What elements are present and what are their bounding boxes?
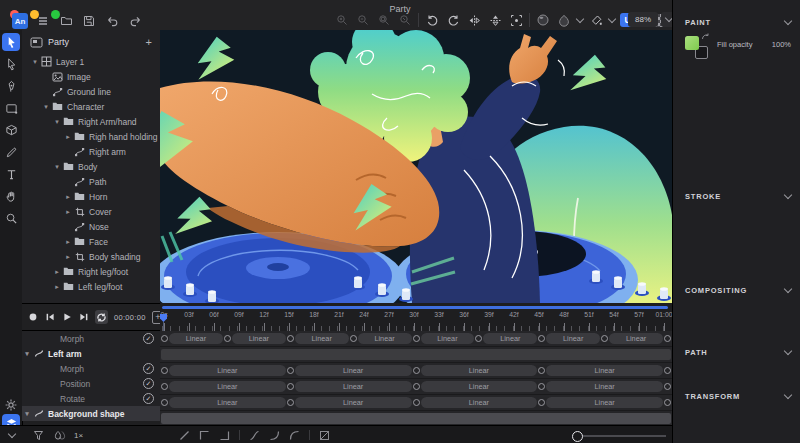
ease-custom-icon[interactable] xyxy=(319,430,330,441)
keyframe-icon[interactable] xyxy=(413,335,420,342)
canvas-viewport[interactable] xyxy=(160,30,672,303)
redo-icon[interactable] xyxy=(127,13,143,29)
expand-arrow-icon[interactable]: ▾ xyxy=(22,410,32,418)
layer-item[interactable]: Image xyxy=(22,69,160,84)
rotate-cw-icon[interactable] xyxy=(445,12,461,28)
expand-arrow-icon[interactable]: ▾ xyxy=(52,163,62,171)
pencil-tool[interactable] xyxy=(2,143,20,161)
tween-segment[interactable]: Linear xyxy=(295,365,412,376)
keyframe-icon[interactable] xyxy=(475,335,482,342)
keyframe-icon[interactable] xyxy=(161,335,168,342)
keyframe-icon[interactable] xyxy=(161,383,168,390)
scene-header[interactable]: Party + xyxy=(22,30,160,54)
layer-item[interactable]: ▾Character xyxy=(22,99,160,114)
layer-item[interactable]: ▾Right Arm/hand xyxy=(22,114,160,129)
ease-out-icon[interactable] xyxy=(289,430,300,441)
layer-item[interactable]: ▾Body xyxy=(22,159,160,174)
timeline-track[interactable]: LinearLinearLinearLinear xyxy=(160,395,672,411)
keyframe-icon[interactable] xyxy=(287,399,294,406)
paint-bucket-icon[interactable] xyxy=(588,12,604,28)
layer-item[interactable]: ▸Left leg/foot xyxy=(22,279,160,294)
shape-fill-dropdown-icon[interactable] xyxy=(576,14,584,22)
play-button[interactable] xyxy=(60,310,73,324)
enabled-check-icon[interactable]: ✓ xyxy=(143,393,154,404)
timeline-row-label[interactable]: ▾Background shape xyxy=(22,406,160,421)
expand-arrow-icon[interactable]: ▾ xyxy=(41,103,51,111)
tween-segment[interactable]: Linear xyxy=(421,333,475,344)
tween-segment[interactable]: Linear xyxy=(609,333,663,344)
timeline-row-label[interactable]: Position✓ xyxy=(22,376,160,391)
ease-step-start-icon[interactable] xyxy=(219,430,230,441)
ease-in-out-icon[interactable] xyxy=(249,430,260,441)
layer-item[interactable]: ▾Layer 1 xyxy=(22,54,160,69)
keyframe-icon[interactable] xyxy=(413,399,420,406)
zoom-in-tool-icon[interactable] xyxy=(334,12,350,28)
timeline-row-label[interactable]: ▾Left arm xyxy=(22,346,160,361)
open-folder-icon[interactable] xyxy=(58,13,74,29)
zoom-fit-tool-icon[interactable] xyxy=(376,12,392,28)
direct-selection-tool[interactable] xyxy=(2,55,20,73)
expand-arrow-icon[interactable]: ▾ xyxy=(22,350,32,358)
zoom-out-tool-icon[interactable] xyxy=(355,12,371,28)
group-track-bar[interactable] xyxy=(161,349,671,360)
tween-segment[interactable]: Linear xyxy=(169,381,286,392)
keyframe-icon[interactable] xyxy=(161,367,168,374)
layer-item[interactable]: Right arm xyxy=(22,144,160,159)
keyframe-icon[interactable] xyxy=(413,367,420,374)
timeline-track[interactable] xyxy=(160,347,672,363)
tween-segment[interactable]: Linear xyxy=(358,333,412,344)
center-focus-icon[interactable] xyxy=(508,12,524,28)
rectangle-tool[interactable] xyxy=(2,99,20,117)
tween-segment[interactable]: Linear xyxy=(169,333,223,344)
tween-segment[interactable]: Linear xyxy=(483,333,537,344)
menu-icon[interactable] xyxy=(35,13,51,29)
enabled-check-icon[interactable]: ✓ xyxy=(143,363,154,374)
timeline-ruler[interactable]: 0s03f06f09f12f15f18f21f24f27f30f33f36f39… xyxy=(160,311,672,331)
expand-arrow-icon[interactable]: ▸ xyxy=(63,253,73,261)
expand-arrow-icon[interactable]: ▸ xyxy=(63,238,73,246)
rotate-ccw-icon[interactable] xyxy=(424,12,440,28)
swap-fill-stroke-icon[interactable] xyxy=(701,33,710,42)
tween-segment[interactable]: Linear xyxy=(232,333,286,344)
tween-segment[interactable]: Linear xyxy=(169,365,286,376)
keyframe-icon[interactable] xyxy=(538,399,545,406)
tween-segment[interactable]: Linear xyxy=(295,381,412,392)
timeline-row-label[interactable]: Rotate✓ xyxy=(22,391,160,406)
keyframe-icon[interactable] xyxy=(664,367,671,374)
keyframe-icon[interactable] xyxy=(664,335,671,342)
timeline-track[interactable]: LinearLinearLinearLinear xyxy=(160,363,672,379)
timeline-track[interactable]: LinearLinearLinearLinearLinearLinearLine… xyxy=(160,331,672,347)
expand-arrow-icon[interactable]: ▸ xyxy=(63,208,73,216)
ease-in-icon[interactable] xyxy=(269,430,280,441)
expand-arrow-icon[interactable]: ▸ xyxy=(52,283,62,291)
pen-tool[interactable] xyxy=(2,77,20,95)
next-frame-button[interactable] xyxy=(78,310,91,324)
filter-icon[interactable] xyxy=(30,430,46,441)
keyframe-icon[interactable] xyxy=(161,399,168,406)
keyframe-icon[interactable] xyxy=(350,335,357,342)
collapse-timeline-icon[interactable] xyxy=(4,434,20,437)
save-icon[interactable] xyxy=(81,13,97,29)
undo-icon[interactable] xyxy=(104,13,120,29)
keyframe-icon[interactable] xyxy=(538,383,545,390)
app-logo[interactable]: An xyxy=(12,13,28,29)
timeline-zoom-knob[interactable] xyxy=(572,431,583,442)
keyframe-icon[interactable] xyxy=(664,383,671,390)
zoom-tool[interactable] xyxy=(2,209,20,227)
keyframe-icon[interactable] xyxy=(287,383,294,390)
keyframe-icon[interactable] xyxy=(538,367,545,374)
text-tool[interactable] xyxy=(2,165,20,183)
keyframe-icon[interactable] xyxy=(287,335,294,342)
flip-vertical-icon[interactable] xyxy=(487,12,503,28)
keyframe-icon[interactable] xyxy=(287,367,294,374)
playback-speed[interactable]: 1× xyxy=(74,431,83,440)
tween-segment[interactable]: Linear xyxy=(546,333,600,344)
timeline-row-label[interactable]: Morph✓ xyxy=(22,331,160,346)
fill-stroke-swatches[interactable] xyxy=(685,36,711,62)
expand-arrow-icon[interactable]: ▾ xyxy=(52,118,62,126)
keyframe-icon[interactable] xyxy=(664,399,671,406)
keyframe-icon[interactable] xyxy=(538,335,545,342)
timeline-row-label[interactable]: Morph✓ xyxy=(22,361,160,376)
hand-tool[interactable] xyxy=(2,187,20,205)
path-section-header[interactable]: PATH xyxy=(673,346,800,358)
